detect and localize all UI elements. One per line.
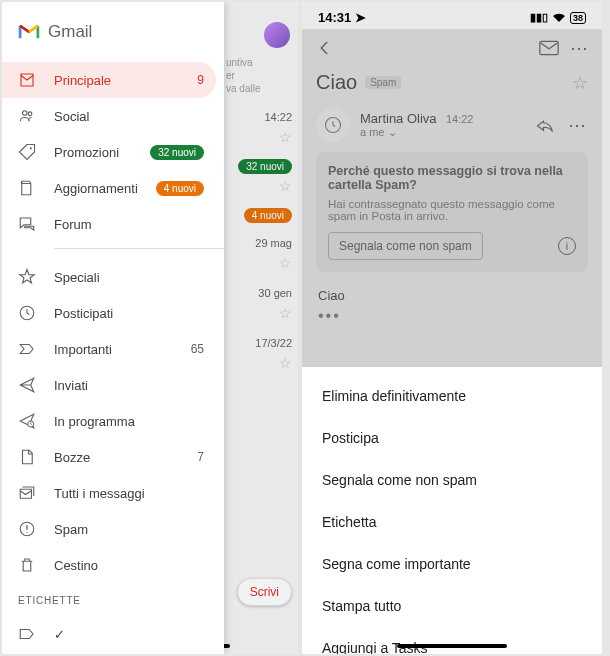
status-time: 14:31 ➤: [318, 10, 366, 25]
badge: 4 nuovi: [156, 181, 204, 196]
action-stampa-tutto[interactable]: Stampa tutto: [302, 585, 602, 627]
star-icon[interactable]: ☆: [226, 305, 292, 321]
date: 17/3/22: [255, 337, 292, 349]
nav-label: Posticipati: [54, 306, 204, 321]
svg-point-2: [30, 147, 32, 149]
badge: 32 nuovi: [150, 145, 204, 160]
nav-section-labels: ✓: [2, 612, 224, 652]
sender-avatar[interactable]: [316, 108, 350, 142]
avatar[interactable]: [264, 22, 290, 48]
reply-icon[interactable]: [534, 114, 556, 136]
nav-item-sent[interactable]: Inviati: [2, 367, 216, 403]
nav-item-snoozed[interactable]: Posticipati: [2, 295, 216, 331]
star-icon[interactable]: ☆: [572, 72, 588, 94]
action-aggiungi-a-tasks[interactable]: Aggiungi a Tasks: [302, 627, 602, 654]
nav-label: Bozze: [54, 450, 197, 465]
spam-banner: Perché questo messaggio si trova nella c…: [316, 152, 588, 272]
promo-icon: [18, 143, 36, 161]
action-segna-come-importante[interactable]: Segna come importante: [302, 543, 602, 585]
chevron-down-icon: ⌄: [388, 126, 397, 138]
status-bar: 14:31 ➤ ▮▮▯ 38: [302, 2, 602, 29]
status-icons: ▮▮▯ 38: [530, 11, 586, 24]
action-posticipa[interactable]: Posticipa: [302, 417, 602, 459]
action-etichetta[interactable]: Etichetta: [302, 501, 602, 543]
nav-item-forum[interactable]: Forum: [2, 206, 216, 242]
time: 14:22: [264, 111, 292, 123]
compose-button[interactable]: Scrivi: [237, 578, 292, 606]
inbox-background: untiva er va dalle 14:22 ☆ 32 nuovi ☆ 4 …: [220, 2, 298, 654]
nav-item-trash[interactable]: Cestino: [2, 547, 216, 583]
nav-item-allmail[interactable]: Tutti i messaggi: [2, 475, 216, 511]
to-line[interactable]: a me ⌄: [360, 126, 524, 139]
more-icon[interactable]: ⋯: [566, 114, 588, 136]
nav-label: Promozioni: [54, 145, 150, 160]
star-icon[interactable]: ☆: [226, 255, 292, 271]
nav-item-promo[interactable]: Promozioni32 nuovi: [2, 134, 216, 170]
nav-item-social[interactable]: Social: [2, 98, 216, 134]
svg-point-1: [28, 112, 32, 116]
spam-icon: [18, 520, 36, 538]
wifi-icon: [552, 13, 566, 23]
nav-label: Forum: [54, 217, 204, 232]
info-icon[interactable]: i: [558, 237, 576, 255]
more-icon[interactable]: ⋯: [568, 37, 590, 59]
gmail-app-right: 14:31 ➤ ▮▮▯ 38 ⋯ Ciao Spam ☆ Martina Oli: [302, 2, 602, 654]
date: 29 mag: [255, 237, 292, 249]
battery-icon: 38: [570, 12, 586, 24]
signal-icon: ▮▮▯: [530, 11, 548, 24]
star-icon[interactable]: ☆: [226, 355, 292, 371]
drafts-icon: [18, 448, 36, 466]
gmail-app-left: untiva er va dalle 14:22 ☆ 32 nuovi ☆ 4 …: [2, 2, 298, 654]
action-segnala-come-non-spam[interactable]: Segnala come non spam: [302, 459, 602, 501]
svg-point-0: [23, 111, 28, 116]
home-indicator: [397, 644, 507, 648]
svg-rect-6: [540, 41, 558, 54]
star-icon[interactable]: ☆: [226, 129, 292, 145]
updates-icon: [18, 179, 36, 197]
spam-tag: Spam: [365, 76, 401, 89]
count: 7: [197, 450, 204, 464]
primary-icon: [18, 71, 36, 89]
star-icon[interactable]: ☆: [226, 178, 292, 194]
action-elimina-definitivamente[interactable]: Elimina definitivamente: [302, 375, 602, 417]
nav-label: Social: [54, 109, 204, 124]
nav-item-spam[interactable]: Spam: [2, 511, 216, 547]
allmail-icon: [18, 484, 36, 502]
badge: 32 nuovi: [238, 159, 292, 174]
nav-item-starred[interactable]: Speciali: [2, 259, 216, 295]
label-icon: [18, 625, 36, 643]
snippet: untiva: [226, 56, 292, 69]
snoozed-icon: [18, 304, 36, 322]
nav-item-updates[interactable]: Aggiornamenti4 nuovi: [2, 170, 216, 206]
trash-icon: [18, 556, 36, 574]
not-spam-button[interactable]: Segnala come non spam: [328, 232, 483, 260]
divider: [54, 248, 224, 249]
important-icon: [18, 340, 36, 358]
subject: Ciao: [316, 71, 357, 94]
count: 9: [197, 73, 204, 87]
snippet: va dalle: [226, 82, 292, 95]
nav-item-important[interactable]: Importanti65: [2, 331, 216, 367]
forum-icon: [18, 215, 36, 233]
nav-label: Tutti i messaggi: [54, 486, 204, 501]
gmail-logo-icon: [18, 24, 40, 40]
back-icon[interactable]: [314, 37, 336, 59]
nav-section-categories: Principale9SocialPromozioni32 nuoviAggio…: [2, 58, 224, 242]
nav-label: Cestino: [54, 558, 204, 573]
nav-item-drafts[interactable]: Bozze7: [2, 439, 216, 475]
mail-icon[interactable]: [538, 37, 560, 59]
email-view: ⋯ Ciao Spam ☆ Martina Oliva 14:22 a me ⌄…: [302, 29, 602, 367]
nav-label: In programma: [54, 414, 204, 429]
nav-item-primary[interactable]: Principale9: [2, 62, 216, 98]
drawer-header: Gmail: [2, 2, 224, 58]
email-body: Ciao: [302, 272, 602, 307]
banner-question: Perché questo messaggio si trova nella c…: [328, 164, 576, 192]
nav-label: Spam: [54, 522, 204, 537]
nav-label: ✓: [54, 627, 204, 642]
nav-item-scheduled[interactable]: In programma: [2, 403, 216, 439]
nav-item-undefined[interactable]: ✓: [2, 616, 216, 652]
show-trimmed-icon[interactable]: •••: [302, 307, 602, 325]
count: 65: [191, 342, 204, 356]
action-sheet: Elimina definitivamentePosticipaSegnala …: [302, 367, 602, 654]
nav-label: Speciali: [54, 270, 204, 285]
